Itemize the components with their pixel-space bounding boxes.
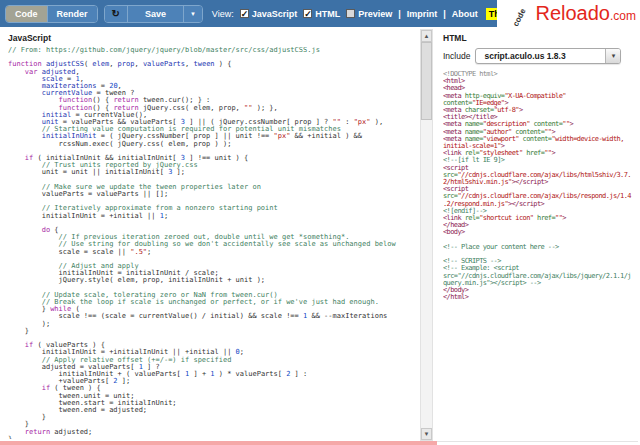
code-line: } <box>8 328 417 335</box>
separator: | <box>443 9 446 19</box>
logo-code-text: code <box>511 7 528 28</box>
include-label: Include <box>443 51 470 61</box>
javascript-checkbox-label: JavaScript <box>252 9 298 19</box>
code-line: valueParts = valueParts || []; <box>8 191 417 198</box>
preview-checkbox[interactable] <box>346 9 355 18</box>
code-line: <!DOCTYPE html> <box>443 71 640 78</box>
logo-tld-text: .com <box>610 9 636 23</box>
render-button[interactable]: Render <box>47 6 97 22</box>
include-select[interactable]: script.aculo.us 1.8.3 ▾ <box>475 48 621 64</box>
code-line: <!-- Place your content here --> <box>443 244 640 251</box>
code-line: ); <box>8 321 417 328</box>
code-line: rcssNum.exec( jQuery.css( elem, prop ) )… <box>8 141 417 148</box>
html-view-toggle[interactable]: ✓ HTML <box>303 9 340 19</box>
html-panel-title: HTML <box>443 33 640 43</box>
code-line: 2/html5shiv.min.js"></script> <box>443 179 640 186</box>
scroll-down-icon[interactable]: ▼ <box>421 428 432 440</box>
preview-view-toggle[interactable]: Preview <box>346 9 392 19</box>
separator: | <box>398 9 401 19</box>
javascript-checkbox[interactable]: ✓ <box>240 9 249 18</box>
code-line: jQuery.style( elem, prop, initialInUnit … <box>8 277 417 284</box>
html-code-editor[interactable]: <!DOCTYPE html><html><head><meta http-eq… <box>443 71 640 405</box>
refresh-button[interactable]: ↻ <box>105 6 127 22</box>
imprint-link[interactable]: Imprint <box>407 9 438 19</box>
code-line: </body> <box>443 287 640 294</box>
code-line: </head> <box>443 222 640 229</box>
code-line: } <box>8 436 417 439</box>
editor-bottom-border <box>0 441 437 445</box>
toolbar: Code Render ↻ Save ▼ View: ✓ JavaScript … <box>0 0 640 27</box>
logo-link[interactable]: code Reloado .com <box>497 0 640 27</box>
code-reloado-app: Code Render ↻ Save ▼ View: ✓ JavaScript … <box>0 0 640 445</box>
code-line: </html> <box>443 294 640 301</box>
code-line: initialInUnit = +initial || 1; <box>8 213 417 220</box>
code-line: unit = unit || initialInUnit[ 3 ]; <box>8 169 417 176</box>
save-group: ↻ Save ▼ <box>104 5 203 23</box>
html-panel: HTML Include script.aculo.us 1.8.3 ▾ <!D… <box>437 27 640 445</box>
code-line: scale = scale || ".5"; <box>8 249 417 256</box>
code-line <box>8 220 417 227</box>
code-line: scale !== (scale = currentValue() / init… <box>8 313 417 320</box>
refresh-icon: ↻ <box>112 8 120 19</box>
code-line: } <box>8 414 417 421</box>
include-select-value: script.aculo.us 1.8.3 <box>476 51 605 61</box>
code-line: <!--[if lt IE 9]> <box>443 157 640 164</box>
code-line: // From: https://github.com/jquery/jquer… <box>8 47 417 54</box>
code-line: query.min.js"></script> --> <box>443 280 640 287</box>
javascript-editor-scrollbar[interactable]: ▲ ▼ <box>420 29 433 441</box>
javascript-panel-title: JavaScript <box>8 33 437 43</box>
code-line: <html> <box>443 78 640 85</box>
html-checkbox-label: HTML <box>315 9 340 19</box>
code-line: <link rel="shortcut icon" href=""> <box>443 215 640 222</box>
editors-area: JavaScript // From: https://github.com/j… <box>0 27 640 445</box>
code-line: return adjusted; <box>8 429 417 436</box>
view-switch-group: Code Render <box>5 5 98 23</box>
javascript-code-editor[interactable]: // From: https://github.com/jquery/jquer… <box>8 47 417 439</box>
scrollbar-track[interactable] <box>421 42 432 428</box>
view-label: View: <box>212 9 234 19</box>
select-arrow-icon[interactable]: ▾ <box>605 49 620 63</box>
about-link[interactable]: About <box>452 9 478 19</box>
html-checkbox[interactable]: ✓ <box>303 9 312 18</box>
chevron-down-icon: ▼ <box>190 11 196 17</box>
scrollbar-thumb[interactable] <box>421 42 432 120</box>
save-dropdown-button[interactable]: ▼ <box>183 6 202 22</box>
scroll-up-icon[interactable]: ▲ <box>421 30 432 42</box>
code-line: tween.end = adjusted; <box>8 407 417 414</box>
logo-name-text: Reloado <box>535 2 610 25</box>
javascript-view-toggle[interactable]: ✓ JavaScript <box>240 9 298 19</box>
preview-checkbox-label: Preview <box>358 9 392 19</box>
code-line: <body> <box>443 229 640 236</box>
javascript-panel: JavaScript // From: https://github.com/j… <box>0 27 437 445</box>
html-editor-bottom-border <box>437 441 638 442</box>
toolbar-controls: Code Render ↻ Save ▼ View: ✓ JavaScript … <box>0 0 497 27</box>
include-row: Include script.aculo.us 1.8.3 ▾ <box>443 48 640 64</box>
code-button[interactable]: Code <box>6 6 47 22</box>
save-button[interactable]: Save <box>127 6 183 22</box>
banner-badge: This is a code testing platform! <box>486 8 497 20</box>
